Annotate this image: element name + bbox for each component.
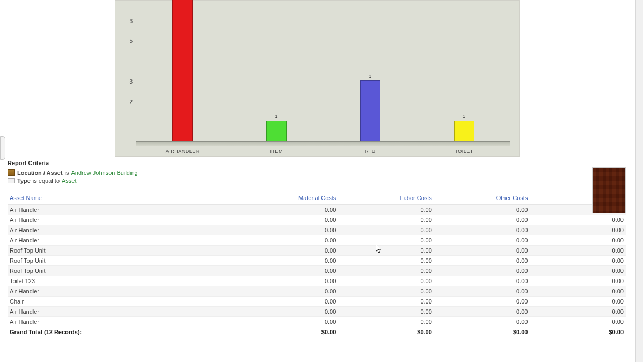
y-tick: 2 [115, 99, 133, 105]
criteria-field-label: Type [17, 178, 31, 184]
tag-icon [8, 178, 15, 183]
cell-other: 0.00 [434, 205, 530, 215]
cell-other: 0.00 [434, 225, 530, 235]
x-label: ITEM [250, 149, 303, 154]
criteria-row: Location / Asset is Andrew Johnson Build… [8, 169, 626, 176]
cell-name: Air Handler [8, 205, 243, 215]
grand-total-other: $0.00 [434, 327, 530, 337]
criteria-value-link[interactable]: Asset [62, 178, 77, 184]
cell-labor: 0.00 [338, 205, 434, 215]
cell-material: 0.00 [243, 286, 339, 297]
cell-material: 0.00 [243, 256, 339, 266]
vertical-scrollbar[interactable] [635, 0, 643, 362]
cell-material: 0.00 [243, 307, 339, 317]
cell-other: 0.00 [434, 286, 530, 297]
cell-labor: 0.00 [338, 276, 434, 286]
cell-name: Toilet 123 [8, 276, 243, 286]
bar-toilet[interactable]: 1 [454, 121, 474, 141]
cell-total: 0.00 [530, 235, 626, 246]
table-row[interactable]: Air Handler0.000.000.000.00 [8, 215, 626, 225]
cell-material: 0.00 [243, 266, 339, 276]
cell-other: 0.00 [434, 246, 530, 256]
cell-name: Roof Top Unit [8, 246, 243, 256]
table-row[interactable]: Chair0.000.000.000.00 [8, 297, 626, 307]
criteria-operator: is [65, 169, 69, 176]
cell-material: 0.00 [243, 276, 339, 286]
cell-labor: 0.00 [338, 317, 434, 327]
report-criteria-heading: Report Criteria [8, 160, 626, 166]
col-header-labor-costs[interactable]: Labor Costs [338, 193, 434, 205]
grand-total-labor: $0.00 [338, 327, 434, 337]
cell-name: Air Handler [8, 307, 243, 317]
cell-name: Air Handler [8, 317, 243, 327]
collapsed-side-tab[interactable] [0, 136, 5, 160]
cell-labor: 0.00 [338, 256, 434, 266]
table-row[interactable]: Air Handler0.000.000.000.00 [8, 205, 626, 215]
cell-total: 0.00 [530, 307, 626, 317]
col-header-material-costs[interactable]: Material Costs [243, 193, 339, 205]
table-row[interactable]: Air Handler0.000.000.000.00 [8, 317, 626, 327]
cell-other: 0.00 [434, 235, 530, 246]
cell-total: 0.00 [530, 246, 626, 256]
table-row[interactable]: Air Handler0.000.000.000.00 [8, 307, 626, 317]
cell-total: 0.00 [530, 286, 626, 297]
asset-count-bar-chart: 7131 2356 AIRHANDLERITEMRTUTOILET [115, 0, 520, 157]
grand-total-total: $0.00 [530, 327, 626, 337]
cell-labor: 0.00 [338, 235, 434, 246]
table-row[interactable]: Air Handler0.000.000.000.00 [8, 235, 626, 246]
cell-total: 0.00 [530, 297, 626, 307]
grand-total-label: Grand Total (12 Records): [8, 327, 243, 337]
y-tick: 6 [115, 18, 133, 24]
cell-total: 0.00 [530, 256, 626, 266]
bar-value-label: 1 [267, 114, 286, 119]
cell-total: 0.00 [530, 225, 626, 235]
table-row[interactable]: Roof Top Unit0.000.000.000.00 [8, 246, 626, 256]
chart-floor [136, 141, 510, 146]
cell-material: 0.00 [243, 215, 339, 225]
bar-value-label: 3 [361, 73, 380, 79]
cell-material: 0.00 [243, 246, 339, 256]
cell-material: 0.00 [243, 317, 339, 327]
cell-labor: 0.00 [338, 266, 434, 276]
col-header-asset-name[interactable]: Asset Name [8, 193, 243, 205]
bar-value-label: 1 [455, 114, 474, 119]
cell-other: 0.00 [434, 215, 530, 225]
cell-total: 0.00 [530, 317, 626, 327]
cell-name: Air Handler [8, 215, 243, 225]
cell-other: 0.00 [434, 307, 530, 317]
cell-material: 0.00 [243, 205, 339, 215]
grand-total-material: $0.00 [243, 327, 339, 337]
cell-labor: 0.00 [338, 215, 434, 225]
cell-other: 0.00 [434, 297, 530, 307]
x-label: RTU [343, 149, 397, 154]
cell-other: 0.00 [434, 266, 530, 276]
cell-labor: 0.00 [338, 246, 434, 256]
table-row[interactable]: Toilet 1230.000.000.000.00 [8, 276, 626, 286]
criteria-value-link[interactable]: Andrew Johnson Building [71, 169, 138, 176]
cell-labor: 0.00 [338, 225, 434, 235]
cell-material: 0.00 [243, 235, 339, 246]
report-criteria-panel: Report Criteria Location / Asset is Andr… [8, 160, 626, 184]
cell-material: 0.00 [243, 225, 339, 235]
table-row[interactable]: Roof Top Unit0.000.000.000.00 [8, 256, 626, 266]
cell-material: 0.00 [243, 297, 339, 307]
cell-name: Air Handler [8, 235, 243, 246]
y-tick: 3 [115, 79, 133, 85]
bar-rtu[interactable]: 3 [360, 80, 380, 141]
cell-labor: 0.00 [338, 286, 434, 297]
cell-other: 0.00 [434, 317, 530, 327]
bar-item[interactable]: 1 [266, 121, 287, 141]
cell-name: Roof Top Unit [8, 266, 243, 276]
x-label: TOILET [437, 149, 491, 154]
cell-total: 0.00 [530, 276, 626, 286]
asset-cost-table: Asset Name Material Costs Labor Costs Ot… [8, 193, 626, 337]
col-header-other-costs[interactable]: Other Costs [434, 193, 530, 205]
table-row[interactable]: Air Handler0.000.000.000.00 [8, 225, 626, 235]
cell-total: 0.00 [530, 215, 626, 225]
bar-airhandler[interactable]: 7 [172, 0, 193, 141]
table-row[interactable]: Air Handler0.000.000.000.00 [8, 286, 626, 297]
cell-labor: 0.00 [338, 307, 434, 317]
criteria-operator: is equal to [33, 178, 60, 184]
criteria-row: Type is equal to Asset [8, 178, 626, 184]
table-row[interactable]: Roof Top Unit0.000.000.000.00 [8, 266, 626, 276]
